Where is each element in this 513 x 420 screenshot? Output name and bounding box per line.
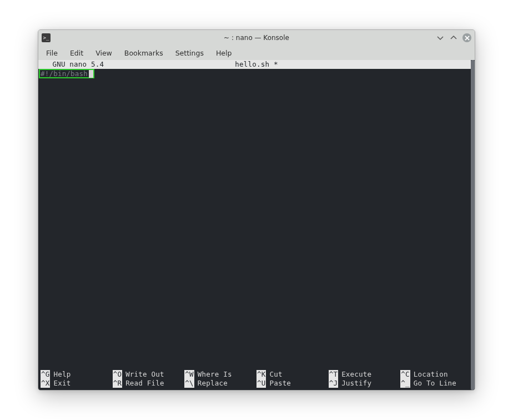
nano-filename: hello.sh * (38, 60, 475, 69)
editor-line-1: #!/bin/bash (40, 69, 88, 78)
shortcut-gotoline: ^_Go To Line (400, 379, 472, 388)
shortcut-writeout: ^OWrite Out (113, 370, 185, 379)
close-button[interactable] (462, 33, 471, 42)
nano-shortcut-bar: ^GHelp ^OWrite Out ^WWhere Is ^KCut ^TEx… (38, 369, 475, 390)
menu-edit[interactable]: Edit (64, 47, 89, 59)
shortcut-justify: ^JJustify (329, 379, 401, 388)
shortcut-location: ^CLocation (400, 370, 472, 379)
shortcut-execute: ^TExecute (329, 370, 401, 379)
titlebar: >_ ~ : nano — Konsole (38, 30, 475, 46)
maximize-button[interactable] (449, 33, 458, 42)
shortcut-replace: ^\Replace (184, 379, 256, 388)
shortcut-row-1: ^GHelp ^OWrite Out ^WWhere Is ^KCut ^TEx… (41, 370, 472, 379)
shortcut-exit: ^XExit (41, 379, 113, 388)
shortcut-whereis: ^WWhere Is (184, 370, 256, 379)
menu-bookmarks[interactable]: Bookmarks (119, 47, 169, 59)
menu-view[interactable]: View (90, 47, 118, 59)
highlighted-shebang-line: #!/bin/bash (39, 69, 94, 78)
terminal-view[interactable]: GNU nano 5.4 hello.sh * #!/bin/bash ^GHe… (38, 60, 475, 390)
menubar: File Edit View Bookmarks Settings Help (38, 46, 475, 60)
shortcut-row-2: ^XExit ^RRead File ^\Replace ^UPaste ^JJ… (41, 379, 472, 388)
terminal-icon: >_ (42, 33, 51, 42)
scrollbar-thumb[interactable] (471, 60, 475, 390)
terminal-scrollbar[interactable] (471, 60, 475, 390)
menu-file[interactable]: File (41, 47, 63, 59)
nano-editor-area[interactable]: #!/bin/bash (38, 69, 475, 369)
konsole-window: >_ ~ : nano — Konsole File Edit View Boo… (38, 29, 475, 391)
menu-settings[interactable]: Settings (170, 47, 209, 59)
shortcut-readfile: ^RRead File (113, 379, 185, 388)
shortcut-help: ^GHelp (41, 370, 113, 379)
text-cursor (89, 70, 93, 78)
window-controls (436, 33, 471, 42)
menu-help[interactable]: Help (210, 47, 238, 59)
shortcut-cut: ^KCut (256, 370, 329, 379)
shortcut-paste: ^UPaste (256, 379, 329, 388)
nano-titlebar: GNU nano 5.4 hello.sh * (38, 60, 475, 69)
window-title: ~ : nano — Konsole (38, 34, 475, 42)
minimize-button[interactable] (436, 33, 445, 42)
